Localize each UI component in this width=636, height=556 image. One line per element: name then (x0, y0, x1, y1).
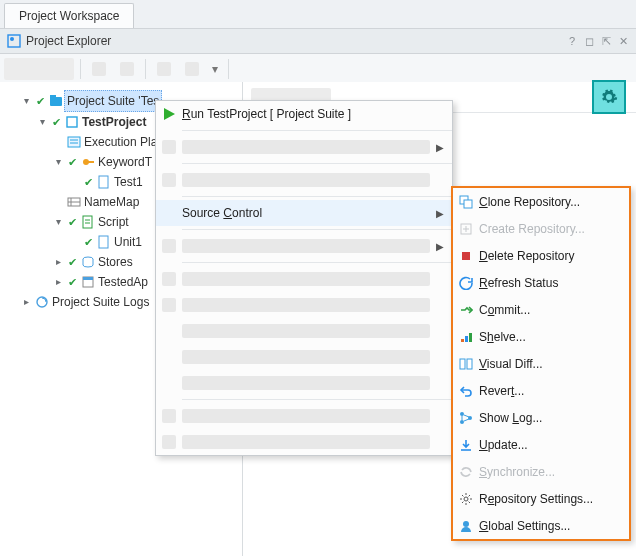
update-icon (453, 438, 479, 452)
menu-label: Source Control (182, 206, 452, 220)
menu-item-visualdiff[interactable]: Visual Diff... (453, 350, 629, 377)
menu-item-placeholder[interactable]: ▶ (156, 233, 452, 259)
menu-item-refresh[interactable]: Refresh Status (453, 269, 629, 296)
submenu-arrow-icon: ▶ (436, 233, 444, 259)
svg-rect-14 (83, 277, 93, 280)
tree-label: Project Suite Logs (52, 292, 149, 312)
diff-icon (453, 357, 479, 371)
menu-item-placeholder[interactable] (156, 266, 452, 292)
menu-item-run[interactable]: Run TestProject [ Project Suite ] (156, 101, 452, 127)
expand-icon[interactable]: ▾ (20, 91, 32, 111)
menu-label: Repository Settings... (479, 492, 629, 506)
menu-placeholder (182, 376, 430, 390)
svg-rect-2 (50, 97, 62, 106)
menu-item-shelve[interactable]: Shelve... (453, 323, 629, 350)
toolbar-placeholder (4, 58, 74, 80)
placeholder-icon (162, 272, 176, 286)
shelve-icon (453, 330, 479, 344)
menu-item-clone[interactable]: Clone Repository... (453, 188, 629, 215)
expand-icon[interactable]: ▾ (36, 112, 48, 132)
panel-help-icon[interactable]: ? (565, 35, 579, 48)
menu-placeholder (182, 298, 430, 312)
play-icon (156, 107, 182, 121)
menu-item-commit[interactable]: Commit... (453, 296, 629, 323)
menu-item-showlog[interactable]: Show Log... (453, 404, 629, 431)
suite-icon (48, 93, 64, 109)
menu-item-placeholder[interactable] (156, 344, 452, 370)
placeholder-icon (162, 173, 176, 187)
toolbar-dropdown-icon[interactable]: ▾ (208, 62, 222, 76)
panel-close-icon[interactable]: ✕ (616, 35, 630, 48)
menu-item-source-control[interactable]: Source Control ▶ (156, 200, 452, 226)
settings-badge[interactable] (592, 80, 626, 114)
panel-header: Project Explorer ? ◻ ⇱ ✕ (0, 29, 636, 54)
svg-rect-19 (462, 252, 470, 260)
menu-placeholder (182, 140, 430, 154)
menu-label: Synchronize... (479, 465, 629, 479)
toolbar-separator (228, 59, 229, 79)
context-menu: Run TestProject [ Project Suite ] ▶ Sour… (155, 100, 453, 456)
menu-item-sync: Synchronize... (453, 458, 629, 485)
menu-item-placeholder[interactable]: ▶ (156, 134, 452, 160)
menu-placeholder (182, 272, 430, 286)
project-explorer-icon (6, 33, 22, 49)
panel-window-icon[interactable]: ◻ (582, 35, 596, 48)
gear-icon (453, 492, 479, 506)
check-icon: ✔ (66, 252, 78, 272)
svg-rect-3 (50, 95, 56, 98)
menu-label: Global Settings... (479, 519, 629, 533)
menu-item-placeholder[interactable] (156, 292, 452, 318)
expand-icon[interactable]: ▾ (52, 212, 64, 232)
svg-rect-7 (88, 161, 94, 163)
keyword-icon (80, 154, 96, 170)
expand-icon[interactable]: ▸ (52, 272, 64, 292)
submenu-arrow-icon: ▶ (436, 200, 444, 226)
namemap-icon (66, 194, 82, 210)
menu-item-delete[interactable]: Delete Repository (453, 242, 629, 269)
toolbar-separator (80, 59, 81, 79)
commit-icon (453, 303, 479, 317)
menu-item-update[interactable]: Update... (453, 431, 629, 458)
toolbar-button[interactable] (115, 57, 139, 81)
menu-item-globalsettings[interactable]: Global Settings... (453, 512, 629, 539)
expand-icon[interactable]: ▾ (52, 152, 64, 172)
test-icon (96, 174, 112, 190)
menu-label: Show Log... (479, 411, 629, 425)
log-icon (453, 411, 479, 425)
explorer-toolbar: ▾ (0, 54, 636, 85)
svg-rect-22 (469, 333, 472, 342)
toolbar-button[interactable] (152, 57, 176, 81)
menu-item-placeholder[interactable] (156, 318, 452, 344)
menu-item-placeholder[interactable] (156, 403, 452, 429)
menu-item-placeholder[interactable] (156, 429, 452, 455)
project-icon (64, 114, 80, 130)
check-icon: ✔ (34, 91, 46, 111)
menu-item-reposettings[interactable]: Repository Settings... (453, 485, 629, 512)
workspace-tab-project[interactable]: Project Workspace (4, 3, 134, 28)
menu-placeholder (182, 435, 430, 449)
script-icon (80, 214, 96, 230)
tree-label: Script (98, 212, 129, 232)
toolbar-button[interactable] (87, 57, 111, 81)
menu-item-revert[interactable]: Revert... (453, 377, 629, 404)
svg-rect-10 (83, 216, 92, 228)
panel-pin-icon[interactable]: ⇱ (599, 35, 613, 48)
unit-icon (96, 234, 112, 250)
expand-icon[interactable]: ▸ (20, 292, 32, 312)
tree-label: Project Suite 'Tes (64, 90, 162, 112)
svg-rect-0 (8, 35, 20, 47)
menu-label: Revert... (479, 384, 629, 398)
logs-icon (34, 294, 50, 310)
menu-item-placeholder[interactable] (156, 370, 452, 396)
revert-icon (453, 384, 479, 398)
placeholder-icon (162, 140, 176, 154)
toolbar-button[interactable] (180, 57, 204, 81)
placeholder-icon (162, 239, 176, 253)
menu-label: Shelve... (479, 330, 629, 344)
menu-label: Clone Repository... (479, 195, 629, 209)
menu-item-placeholder[interactable] (156, 167, 452, 193)
menu-placeholder (182, 173, 430, 187)
svg-rect-23 (460, 359, 465, 369)
svg-rect-24 (467, 359, 472, 369)
expand-icon[interactable]: ▸ (52, 252, 64, 272)
